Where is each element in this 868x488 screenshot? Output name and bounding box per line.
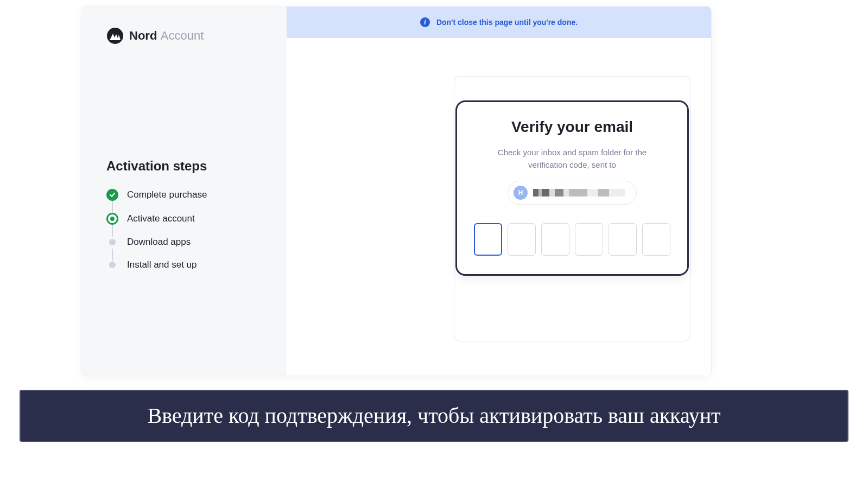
email-redacted [533, 189, 625, 197]
app-window: Nord Account Activation steps Complete p… [81, 7, 711, 376]
sidebar: Nord Account Activation steps Complete p… [81, 7, 287, 376]
caption-overlay: Введите код подтверждения, чтобы активир… [20, 390, 848, 442]
step-label: Download apps [127, 237, 191, 248]
step-label: Complete purchase [127, 189, 207, 200]
brand-name-strong: Nord [129, 29, 157, 42]
caption-text: Введите код подтверждения, чтобы активир… [147, 403, 720, 429]
banner-text: Don't close this page until you're done. [436, 18, 578, 27]
step-connector [112, 225, 113, 237]
steps-list: Complete purchase Activate account Downl… [106, 189, 262, 270]
info-banner: i Don't close this page until you're don… [287, 7, 711, 38]
code-digit-6[interactable] [642, 223, 670, 256]
email-pill: H [508, 181, 637, 205]
verify-description: Check your inbox and spam folder for the… [473, 147, 671, 171]
step-complete-purchase: Complete purchase [106, 189, 262, 201]
brand-name: Nord Account [129, 29, 204, 43]
step-label: Install and set up [127, 259, 197, 270]
step-download-apps: Download apps [106, 237, 262, 248]
info-icon: i [420, 17, 430, 27]
step-label: Activate account [127, 213, 195, 224]
verify-card: Verify your email Check your inbox and s… [455, 100, 689, 276]
step-connector [112, 249, 113, 261]
check-circle-icon [106, 189, 118, 201]
step-connector [112, 201, 113, 213]
code-digit-3[interactable] [541, 223, 569, 256]
code-digit-2[interactable] [508, 223, 536, 256]
active-step-icon [106, 213, 118, 225]
main-content: i Don't close this page until you're don… [287, 7, 711, 376]
avatar: H [514, 186, 528, 200]
brand-name-light: Account [161, 29, 204, 42]
pending-step-icon [109, 262, 116, 268]
verify-card-outer: Verify your email Check your inbox and s… [454, 76, 690, 341]
brand-logo: Nord Account [106, 27, 262, 45]
step-activate-account: Activate account [106, 213, 262, 225]
activation-steps-title: Activation steps [106, 159, 262, 174]
step-install-setup: Install and set up [106, 259, 262, 270]
code-digit-4[interactable] [575, 223, 603, 256]
nord-logo-icon [106, 27, 124, 45]
svg-point-0 [107, 28, 123, 44]
pending-step-icon [109, 239, 116, 245]
verify-title: Verify your email [473, 118, 671, 136]
code-digit-1[interactable] [474, 223, 502, 256]
code-digit-5[interactable] [609, 223, 637, 256]
verification-code-row [473, 223, 671, 256]
